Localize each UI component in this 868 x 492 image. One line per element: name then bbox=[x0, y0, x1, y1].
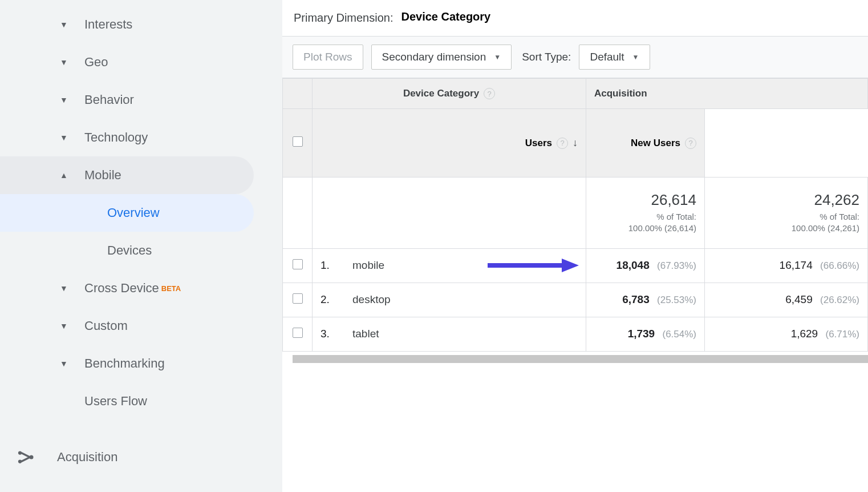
row-checkbox[interactable] bbox=[293, 259, 303, 269]
sidebar-subitem-label: Devices bbox=[107, 243, 152, 258]
column-header-new-users[interactable]: New Users ? bbox=[586, 109, 705, 178]
sidebar-item-label: Interests bbox=[84, 17, 132, 32]
sidebar-item-label: Mobile bbox=[84, 168, 121, 183]
row-checkbox[interactable] bbox=[293, 328, 303, 338]
cell-new-users: 1,629 (6.71%) bbox=[705, 317, 868, 351]
totals-row: 26,614 % of Total: 100.00% (26,614) 24,2… bbox=[283, 178, 868, 249]
select-all-checkbox[interactable] bbox=[293, 136, 303, 147]
caret-down-icon: ▼ bbox=[57, 133, 71, 142]
help-icon[interactable]: ? bbox=[484, 88, 495, 99]
sidebar-item-interests[interactable]: ▼ Interests bbox=[0, 6, 254, 43]
sort-descending-icon: ↓ bbox=[573, 137, 578, 149]
caret-down-icon: ▼ bbox=[57, 58, 71, 67]
table-row: 1. mobile 18,048 (67.93%) 16,174 bbox=[283, 248, 868, 283]
total-users: 26,614 % of Total: 100.00% (26,614) bbox=[586, 178, 705, 249]
caret-down-icon: ▼ bbox=[57, 359, 71, 368]
annotation-arrow-icon bbox=[488, 257, 579, 274]
column-header-users[interactable]: Users ? ↓ bbox=[313, 109, 586, 178]
row-index: 3. bbox=[321, 328, 338, 340]
primary-dimension-label: Primary Dimension: bbox=[294, 11, 393, 25]
sidebar-item-mobile[interactable]: ▲ Mobile bbox=[0, 156, 254, 194]
primary-dimension-bar: Primary Dimension: Device Category bbox=[282, 0, 868, 36]
sort-type-dropdown[interactable]: Default ▼ bbox=[579, 45, 650, 70]
sidebar-subitem-overview[interactable]: Overview bbox=[0, 194, 254, 232]
horizontal-scrollbar[interactable] bbox=[293, 355, 868, 363]
acquisition-icon bbox=[17, 449, 34, 466]
sidebar-item-benchmarking[interactable]: ▼ Benchmarking bbox=[0, 345, 254, 382]
main-content: Primary Dimension: Device Category Plot … bbox=[282, 0, 868, 492]
sidebar-section-label: Acquisition bbox=[57, 450, 117, 465]
row-category[interactable]: desktop bbox=[352, 293, 391, 306]
caret-down-icon: ▼ bbox=[632, 53, 639, 61]
sidebar-section-acquisition[interactable]: Acquisition bbox=[0, 434, 282, 480]
sort-type-label: Sort Type: bbox=[522, 51, 571, 63]
table-row: 2. desktop 6,783 (25.53%) 6,459 (26.62%) bbox=[283, 283, 868, 317]
sidebar-item-geo[interactable]: ▼ Geo bbox=[0, 43, 254, 81]
sidebar-item-label: Custom bbox=[84, 318, 128, 333]
cell-new-users: 6,459 (26.62%) bbox=[705, 283, 868, 317]
sidebar-item-label: Behavior bbox=[84, 92, 134, 107]
plot-rows-button[interactable]: Plot Rows bbox=[293, 45, 363, 70]
sidebar: ▼ Interests ▼ Geo ▼ Behavior ▼ Technolog… bbox=[0, 0, 282, 492]
caret-down-icon: ▼ bbox=[57, 20, 71, 29]
row-index: 1. bbox=[321, 259, 338, 272]
column-header-category[interactable]: Device Category bbox=[403, 88, 479, 99]
row-checkbox[interactable] bbox=[293, 293, 303, 304]
primary-dimension-value[interactable]: Device Category bbox=[401, 10, 490, 26]
beta-badge: BETA bbox=[161, 284, 181, 293]
caret-down-icon: ▼ bbox=[494, 53, 501, 61]
row-category[interactable]: mobile bbox=[352, 259, 384, 272]
column-group-acquisition: Acquisition bbox=[586, 79, 868, 109]
row-index: 2. bbox=[321, 293, 338, 306]
sidebar-item-label: Cross Device bbox=[84, 281, 159, 296]
sidebar-item-users-flow[interactable]: Users Flow bbox=[0, 382, 254, 420]
sidebar-subitem-label: Overview bbox=[107, 205, 160, 220]
help-icon[interactable]: ? bbox=[557, 138, 568, 149]
row-category[interactable]: tablet bbox=[352, 328, 379, 340]
cell-users: 6,783 (25.53%) bbox=[586, 283, 705, 317]
help-icon[interactable]: ? bbox=[685, 138, 696, 149]
sidebar-item-cross-device[interactable]: ▼ Cross Device BETA bbox=[0, 269, 254, 307]
total-new-users: 24,262 % of Total: 100.00% (24,261) bbox=[705, 178, 868, 249]
svg-marker-4 bbox=[562, 259, 579, 272]
header-blank bbox=[283, 79, 313, 109]
caret-down-icon: ▼ bbox=[57, 321, 71, 330]
svg-point-2 bbox=[30, 455, 34, 459]
select-all-cell bbox=[283, 109, 313, 178]
table-toolbar: Plot Rows Secondary dimension ▼ Sort Typ… bbox=[282, 36, 868, 78]
secondary-dimension-dropdown[interactable]: Secondary dimension ▼ bbox=[371, 45, 512, 70]
cell-users: 1,739 (6.54%) bbox=[586, 317, 705, 351]
sidebar-item-label: Geo bbox=[84, 55, 108, 70]
sidebar-item-label: Benchmarking bbox=[84, 356, 165, 371]
sidebar-item-behavior[interactable]: ▼ Behavior bbox=[0, 81, 254, 119]
cell-users: 18,048 (67.93%) bbox=[586, 248, 705, 283]
caret-up-icon: ▲ bbox=[57, 171, 71, 180]
caret-down-icon: ▼ bbox=[57, 95, 71, 104]
caret-down-icon: ▼ bbox=[57, 284, 71, 293]
svg-point-0 bbox=[18, 451, 22, 454]
sidebar-item-label: Technology bbox=[84, 130, 148, 145]
sidebar-subitem-devices[interactable]: Devices bbox=[0, 232, 254, 269]
sidebar-item-label: Users Flow bbox=[84, 394, 147, 409]
table-row: 3. tablet 1,739 (6.54%) 1,629 (6.71%) bbox=[283, 317, 868, 351]
svg-point-1 bbox=[18, 459, 22, 463]
sidebar-item-custom[interactable]: ▼ Custom bbox=[0, 307, 254, 345]
data-table: Device Category ? Acquisition Users bbox=[282, 78, 868, 352]
cell-new-users: 16,174 (66.66%) bbox=[705, 248, 868, 283]
sidebar-item-technology[interactable]: ▼ Technology bbox=[0, 119, 254, 156]
